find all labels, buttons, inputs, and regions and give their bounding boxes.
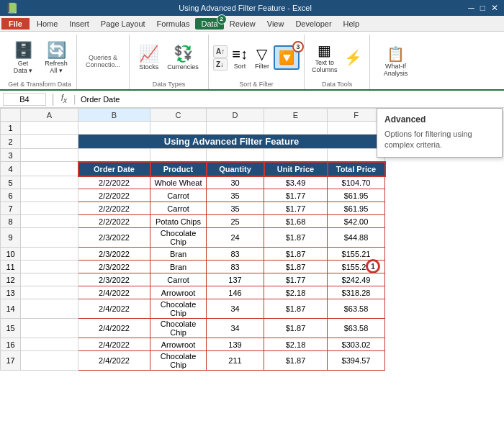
cell-b12[interactable]: 2/3/2022: [78, 273, 150, 286]
col-header-d[interactable]: D: [207, 109, 264, 122]
cell-d12[interactable]: 137: [207, 273, 264, 286]
cell-d16[interactable]: 139: [207, 338, 264, 351]
merged-title-cell[interactable]: Using Advanced Filter Feature: [78, 135, 385, 149]
cell-b9[interactable]: 2/3/2022: [78, 228, 150, 248]
cell-d10[interactable]: 83: [207, 248, 264, 261]
cell-c15[interactable]: Chocolate Chip: [150, 319, 207, 338]
cell-c11[interactable]: Bran: [150, 261, 207, 273]
cell-d4-header[interactable]: Quantity: [207, 162, 264, 176]
cell-b1[interactable]: [78, 122, 150, 135]
cell-b13[interactable]: 2/4/2022: [78, 286, 150, 299]
cell-e9[interactable]: $1.87: [264, 228, 328, 248]
sort-button[interactable]: ≡↕ Sort: [229, 44, 251, 72]
cell-e14[interactable]: $1.87: [264, 299, 328, 319]
cell-b3[interactable]: [78, 149, 150, 162]
cell-b16[interactable]: 2/4/2022: [78, 338, 150, 351]
cell-f16[interactable]: $303.02: [328, 338, 385, 351]
cell-f10[interactable]: $155.21: [328, 248, 385, 261]
cell-b17[interactable]: 2/4/2022: [78, 351, 150, 371]
col-header-e[interactable]: E: [264, 109, 328, 122]
col-header-c[interactable]: C: [150, 109, 207, 122]
cell-e11[interactable]: $1.87: [264, 261, 328, 273]
filter-button[interactable]: ▽ Filter: [252, 43, 272, 72]
cell-c6[interactable]: Carrot: [150, 189, 207, 202]
col-header-b[interactable]: B: [78, 109, 150, 122]
sort-za-button[interactable]: Z↓: [213, 58, 228, 71]
cell-b14[interactable]: 2/4/2022: [78, 299, 150, 319]
cell-c8[interactable]: Potato Chips: [150, 215, 207, 228]
cell-b6[interactable]: 2/2/2022: [78, 189, 150, 202]
page-layout-menu[interactable]: Page Layout: [95, 18, 151, 30]
minimize-button[interactable]: ─: [468, 3, 474, 13]
cell-c3[interactable]: [150, 149, 207, 162]
cell-reference-box[interactable]: [3, 93, 46, 106]
formula-input[interactable]: [81, 95, 501, 104]
get-data-button[interactable]: 🗄️ GetData ▾: [7, 39, 39, 76]
cell-d7[interactable]: 35: [207, 202, 264, 215]
cell-c17[interactable]: Chocolate Chip: [150, 351, 207, 371]
cell-e1[interactable]: [264, 122, 328, 135]
cell-b4-header[interactable]: Order Date: [78, 162, 150, 176]
cell-e15[interactable]: $1.87: [264, 319, 328, 338]
stocks-button[interactable]: 📈 Stocks: [136, 42, 161, 73]
cell-a3[interactable]: [21, 149, 78, 162]
cell-c1[interactable]: [150, 122, 207, 135]
cell-f6[interactable]: $61.95: [328, 189, 385, 202]
cell-b11[interactable]: 2/3/2022: [78, 261, 150, 273]
cell-e4-header[interactable]: Unit Price: [264, 162, 328, 176]
cell-b15[interactable]: 2/4/2022: [78, 319, 150, 338]
cell-d11[interactable]: 83: [207, 261, 264, 273]
cell-e10[interactable]: $1.87: [264, 248, 328, 261]
insert-menu[interactable]: Insert: [63, 18, 95, 30]
cell-e13[interactable]: $2.18: [264, 286, 328, 299]
cell-a5[interactable]: [21, 176, 78, 189]
file-menu[interactable]: File: [1, 18, 30, 30]
cell-d5[interactable]: 30: [207, 176, 264, 189]
cell-a2[interactable]: [21, 135, 78, 149]
cell-e17[interactable]: $1.87: [264, 351, 328, 371]
what-if-button[interactable]: 📋 What-IfAnalysis: [381, 43, 411, 79]
cell-c16[interactable]: Arrowroot: [150, 338, 207, 351]
cell-c5[interactable]: Whole Wheat: [150, 176, 207, 189]
cell-d17[interactable]: 211: [207, 351, 264, 371]
cell-c13[interactable]: Arrowroot: [150, 286, 207, 299]
cell-f4-header[interactable]: Total Price: [328, 162, 385, 176]
text-to-columns-button[interactable]: ▦ Text toColumns: [309, 40, 341, 76]
cell-d1[interactable]: [207, 122, 264, 135]
formulas-menu[interactable]: Formulas: [151, 18, 196, 30]
cell-b10[interactable]: 2/3/2022: [78, 248, 150, 261]
cell-e8[interactable]: $1.68: [264, 215, 328, 228]
cell-f17[interactable]: $394.57: [328, 351, 385, 371]
advanced-filter-button[interactable]: 🔽 3: [274, 45, 300, 70]
currencies-button[interactable]: 💱 Currencies: [164, 42, 202, 73]
cell-d14[interactable]: 34: [207, 299, 264, 319]
cell-e5[interactable]: $3.49: [264, 176, 328, 189]
cell-b7[interactable]: 2/2/2022: [78, 202, 150, 215]
cell-e16[interactable]: $2.18: [264, 338, 328, 351]
maximize-button[interactable]: □: [480, 3, 485, 13]
cell-d8[interactable]: 25: [207, 215, 264, 228]
col-header-a[interactable]: A: [21, 109, 78, 122]
cell-c4-header[interactable]: Product: [150, 162, 207, 176]
cell-f8[interactable]: $42.00: [328, 215, 385, 228]
cell-c12[interactable]: Carrot: [150, 273, 207, 286]
flash-fill-button[interactable]: ⚡: [341, 47, 365, 68]
cell-f7[interactable]: $61.95: [328, 202, 385, 215]
cell-b5[interactable]: 2/2/2022: [78, 176, 150, 189]
cell-f5[interactable]: $104.70: [328, 176, 385, 189]
refresh-all-button[interactable]: 🔄 RefreshAll ▾: [40, 39, 72, 76]
cell-d6[interactable]: 35: [207, 189, 264, 202]
cell-f12[interactable]: $242.49: [328, 273, 385, 286]
data-menu[interactable]: Data 2: [195, 18, 223, 30]
cell-e12[interactable]: $1.77: [264, 273, 328, 286]
cell-f14[interactable]: $63.58: [328, 299, 385, 319]
cell-c9[interactable]: Chocolate Chip: [150, 228, 207, 248]
cell-e7[interactable]: $1.77: [264, 202, 328, 215]
cell-c10[interactable]: Bran: [150, 248, 207, 261]
cell-d9[interactable]: 24: [207, 228, 264, 248]
cell-f13[interactable]: $318.28: [328, 286, 385, 299]
cell-f15[interactable]: $63.58: [328, 319, 385, 338]
home-menu[interactable]: Home: [31, 18, 63, 30]
developer-menu[interactable]: Developer: [289, 18, 337, 30]
sort-az-button[interactable]: A↑: [213, 45, 228, 58]
